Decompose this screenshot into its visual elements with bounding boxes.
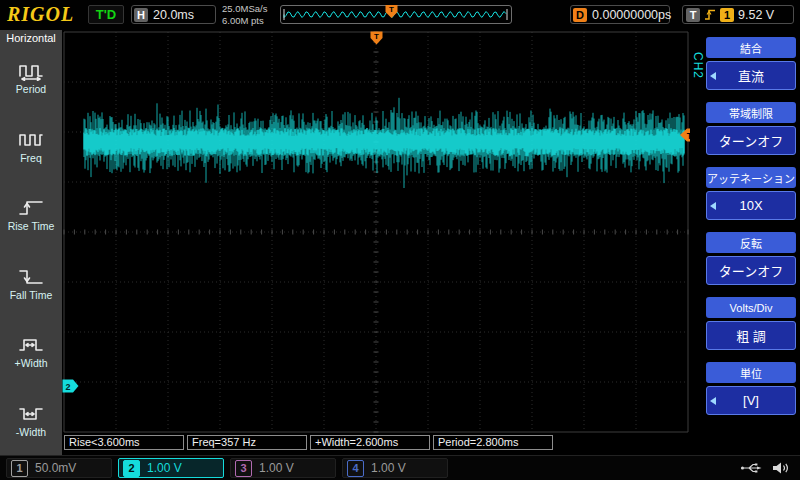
trigger-readout: T 1 9.52 V — [682, 5, 794, 24]
sidebar-item-label: Period — [16, 83, 46, 95]
rigol-logo: RIGOL — [7, 3, 74, 26]
option-arrow-icon — [710, 72, 716, 80]
sidebar-item-label: +Width — [15, 357, 48, 369]
top-bar: RIGOL T'D H 20.0ms 25.0MSa/s 6.00M pts T… — [0, 0, 800, 30]
sidebar-title: Horizontal — [6, 32, 56, 44]
channel4-status[interactable]: 4 1.00 V — [342, 458, 448, 478]
menu-header-attenuation: アッテネーション — [706, 167, 796, 188]
menu-header-volts-div: Volts/Div — [706, 297, 796, 318]
channel-number-badge: 2 — [123, 460, 140, 477]
sidebar-item-rise-time[interactable]: Rise Time — [1, 181, 61, 250]
sidebar-item-period[interactable]: Period — [1, 44, 61, 113]
period-icon — [18, 61, 44, 81]
trigger-source-badge: 1 — [720, 8, 734, 22]
horizontal-label: H — [134, 8, 148, 22]
channel1-status[interactable]: 1 50.0mV — [6, 458, 112, 478]
sidebar-item-label: Freq — [20, 152, 42, 164]
menu-softkeys: 結合 直流 帯域制限 ターンオフ アッテネーション 10X — [706, 37, 796, 427]
measure-frequency: Freq=357 Hz — [187, 435, 307, 450]
sidebar-item-fall-time[interactable]: Fall Time — [1, 250, 61, 319]
sidebar-item-label: Rise Time — [8, 220, 55, 232]
option-arrow-icon — [710, 202, 716, 210]
fall-time-icon — [18, 267, 44, 287]
channel-number-badge: 3 — [235, 460, 252, 477]
menu-header-bandwidth-limit: 帯域制限 — [706, 102, 796, 123]
svg-text:T: T — [389, 5, 394, 14]
sidebar-item-label: Fall Time — [10, 289, 53, 301]
menu-group-invert: 反転 ターンオフ — [706, 232, 796, 285]
svg-text:T: T — [374, 32, 379, 41]
sidebar-item-freq[interactable]: Freq — [1, 113, 61, 182]
channel2-status[interactable]: 2 1.00 V — [118, 458, 224, 478]
sidebar-item-plus-width[interactable]: +Width — [1, 318, 61, 387]
horizontal-measure-sidebar: Horizontal Period Freq Rise Time — [0, 30, 62, 455]
softkey-value-label: [V] — [743, 393, 759, 408]
memory-position-bar[interactable]: T — [280, 5, 512, 24]
usb-icon — [740, 462, 762, 474]
minus-width-icon — [18, 404, 44, 424]
menu-group-bandwidth-limit: 帯域制限 ターンオフ — [706, 102, 796, 155]
graticule — [62, 30, 690, 455]
rising-edge-icon — [704, 8, 716, 22]
channel-number-badge: 1 — [11, 460, 28, 477]
measure-plus-width: +Width=2.600ms — [310, 435, 430, 450]
softkey-value-label: 粗 調 — [736, 326, 766, 345]
softkey-bandwidth-limit[interactable]: ターンオフ — [706, 126, 796, 155]
channel-number-badge: 4 — [347, 460, 364, 477]
menu-header-coupling: 結合 — [706, 37, 796, 58]
plus-width-icon — [18, 335, 44, 355]
horizontal-timebase-readout: H 20.0ms — [131, 5, 216, 24]
softkey-value-label: 10X — [739, 198, 762, 213]
svg-text:2: 2 — [65, 382, 70, 392]
sound-icon — [772, 461, 790, 475]
delay-readout: D 0.00000000ps — [570, 5, 670, 24]
menu-group-volts-div: Volts/Div 粗 調 — [706, 297, 796, 350]
menu-channel-label: CH2 — [691, 52, 705, 79]
channel-scale: 1.00 V — [259, 461, 294, 475]
sidebar-item-label: -Width — [16, 426, 46, 438]
delay-label: D — [573, 8, 587, 22]
freq-icon — [18, 130, 44, 150]
softkey-value-label: ターンオフ — [719, 131, 783, 150]
delay-value: 0.00000000ps — [592, 8, 671, 22]
softkey-value-label: 直流 — [738, 66, 764, 85]
memory-depth: 6.00M pts — [222, 15, 267, 27]
trigger-position-marker[interactable]: T — [370, 31, 383, 45]
menu-group-unit: 単位 [V] — [706, 362, 796, 415]
menu-group-attenuation: アッテネーション 10X — [706, 167, 796, 220]
measure-rise-time: Rise<3.600ms — [64, 435, 184, 450]
channel-scale: 1.00 V — [371, 461, 406, 475]
softkey-unit[interactable]: [V] — [706, 386, 796, 415]
softkey-attenuation[interactable]: 10X — [706, 191, 796, 220]
softkey-volts-div[interactable]: 粗 調 — [706, 321, 796, 350]
trigger-status-badge: T'D — [88, 5, 124, 24]
timebase-value: 20.0ms — [153, 8, 194, 22]
measure-period: Period=2.800ms — [433, 435, 553, 450]
channel-menu: CH2 結合 直流 帯域制限 ターンオフ アッテネーション — [690, 30, 800, 455]
sample-rate: 25.0MSa/s — [222, 3, 267, 15]
channel3-status[interactable]: 3 1.00 V — [230, 458, 336, 478]
acquisition-info: 25.0MSa/s 6.00M pts — [222, 3, 267, 27]
menu-header-unit: 単位 — [706, 362, 796, 383]
rise-time-icon — [18, 198, 44, 218]
softkey-invert[interactable]: ターンオフ — [706, 256, 796, 285]
softkey-coupling[interactable]: 直流 — [706, 61, 796, 90]
channel-scale: 50.0mV — [35, 461, 76, 475]
trigger-level-value: 9.52 V — [738, 8, 774, 22]
sidebar-item-minus-width[interactable]: -Width — [1, 387, 61, 456]
softkey-value-label: ターンオフ — [719, 261, 783, 280]
memory-trigger-marker[interactable]: T — [385, 4, 398, 19]
channel-scale: 1.00 V — [147, 461, 182, 475]
menu-header-invert: 反転 — [706, 232, 796, 253]
status-icons — [740, 461, 790, 475]
channel2-position-marker[interactable]: 2 — [62, 379, 79, 393]
option-arrow-icon — [710, 397, 716, 405]
trigger-label: T — [686, 8, 700, 22]
channel-status-bar: 1 50.0mV 2 1.00 V 3 1.00 V 4 1.00 V — [0, 455, 800, 480]
waveform-display: T 2 Rise<3.600ms Freq=357 Hz +Width=2.60… — [62, 30, 690, 455]
menu-group-coupling: 結合 直流 — [706, 37, 796, 90]
measurement-bar: Rise<3.600ms Freq=357 Hz +Width=2.600ms … — [64, 435, 553, 450]
